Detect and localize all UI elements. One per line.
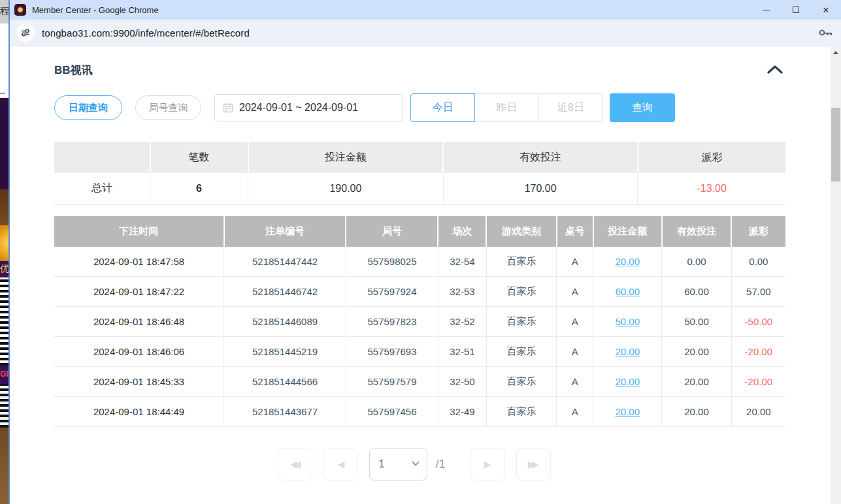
- bet-amount-link[interactable]: 60.00: [615, 286, 640, 297]
- chevron-down-icon: [412, 459, 420, 466]
- current-page-value: 1: [378, 458, 384, 470]
- summary-table: 笔数 投注金额 有效投注 派彩 总计 6 190.00 170.00 -13.0…: [54, 142, 785, 205]
- chevron-up-icon: [767, 65, 783, 74]
- summary-header-empty: [54, 142, 150, 173]
- background-image-segment: [0, 189, 8, 225]
- cell-bet-no: 521851446742: [224, 277, 346, 307]
- vertical-scrollbar[interactable]: [831, 47, 841, 504]
- cell-game-type: 百家乐: [486, 367, 556, 397]
- bet-amount-link[interactable]: 20.00: [615, 256, 640, 267]
- cell-bet-amount: 20.00: [593, 247, 662, 277]
- cell-bet-no: 521851444566: [224, 367, 346, 397]
- bet-table-header-row: 下注时间注单编号局号场次游戏类别桌号投注金额有效投注派彩: [54, 216, 785, 247]
- cell-bet-amount: 20.00: [593, 337, 662, 367]
- cell-payout: -20.00: [731, 337, 785, 367]
- cell-game-type: 百家乐: [486, 337, 556, 367]
- first-page-button[interactable]: ◀◀: [278, 448, 312, 480]
- bet-amount-link[interactable]: 20.00: [615, 376, 640, 387]
- last-page-button[interactable]: ▶▶: [516, 448, 551, 480]
- next-page-button[interactable]: ▶: [470, 448, 505, 480]
- quick-date-group: 今日 昨日 近8日: [410, 93, 603, 122]
- cell-payout: -20.00: [731, 367, 785, 397]
- table-row: 2024-09-01 18:46:48521851446089557597823…: [54, 307, 785, 337]
- cell-time: 2024-09-01 18:45:33: [54, 367, 224, 397]
- today-button[interactable]: 今日: [410, 93, 475, 122]
- bet-table-body: 2024-09-01 18:47:58521851447442557598025…: [54, 247, 785, 427]
- table-row: 2024-09-01 18:45:33521851444566557597579…: [54, 367, 785, 397]
- window-title: Member Center - Google Chrome: [32, 5, 159, 15]
- cell-payout: 0.00: [731, 247, 785, 277]
- background-char-fragment: 程: [0, 0, 8, 24]
- collapse-panel-button[interactable]: [765, 63, 785, 78]
- round-query-tab[interactable]: 局号查询: [135, 95, 201, 120]
- table-row: 2024-09-01 18:47:22521851446742557597924…: [54, 277, 785, 307]
- summary-header-payout: 派彩: [638, 142, 785, 173]
- last-8-days-button[interactable]: 近8日: [538, 93, 603, 122]
- summary-header-bet-amount: 投注金额: [248, 142, 444, 173]
- tune-icon: [20, 27, 31, 38]
- close-button[interactable]: ✕: [811, 0, 841, 20]
- bet-record-table: 下注时间注单编号局号场次游戏类别桌号投注金额有效投注派彩 2024-09-01 …: [54, 216, 785, 428]
- cell-game-type: 百家乐: [486, 397, 556, 427]
- cell-table-no: A: [557, 337, 593, 367]
- page-select[interactable]: 1: [369, 448, 427, 480]
- background-qr-code-fragment: [0, 277, 8, 366]
- background-qr-code-fragment-2: [0, 384, 8, 428]
- cell-round: 557597579: [346, 367, 438, 397]
- window-titlebar[interactable]: Member Center - Google Chrome ✕: [10, 0, 841, 20]
- cell-payout: 57.00: [731, 277, 785, 307]
- column-header-round: 局号: [346, 216, 438, 247]
- column-header-bet-amount: 投注金额: [593, 216, 662, 247]
- cell-table-no: A: [557, 277, 593, 307]
- cell-valid-bet: 20.00: [662, 367, 731, 397]
- scrollbar-thumb[interactable]: [831, 108, 840, 181]
- date-query-tab[interactable]: 日期查询: [54, 95, 122, 120]
- key-icon: [819, 28, 833, 37]
- maximize-button[interactable]: [781, 0, 811, 20]
- table-row: 2024-09-01 18:44:49521851443677557597456…: [54, 397, 785, 427]
- scrollbar-up-button[interactable]: [831, 47, 841, 57]
- summary-payout-value: -13.00: [638, 173, 785, 204]
- double-left-arrow-icon: ◀◀: [290, 460, 298, 469]
- column-header-payout: 派彩: [731, 216, 785, 247]
- column-header-session: 场次: [438, 216, 486, 247]
- password-manager-button[interactable]: [819, 28, 833, 37]
- column-header-bet-no: 注单编号: [224, 216, 346, 247]
- bet-amount-link[interactable]: 20.00: [615, 406, 640, 417]
- summary-bet-amount-value: 190.00: [248, 173, 444, 204]
- cell-session: 32-52: [438, 307, 486, 337]
- site-info-button[interactable]: [16, 24, 35, 42]
- cell-valid-bet: 60.00: [662, 277, 731, 307]
- yesterday-button[interactable]: 昨日: [474, 93, 539, 122]
- bet-amount-link[interactable]: 50.00: [615, 316, 640, 327]
- cell-time: 2024-09-01 18:46:06: [54, 337, 224, 367]
- search-button[interactable]: 查询: [610, 93, 675, 122]
- cell-session: 32-51: [438, 337, 486, 367]
- background-page-sliver: H 程 优 GR: [0, 0, 8, 504]
- cell-game-type: 百家乐: [486, 307, 556, 337]
- cell-session: 32-53: [438, 277, 486, 307]
- cell-bet-amount: 50.00: [593, 307, 662, 337]
- site-favicon: [14, 4, 26, 16]
- previous-page-button[interactable]: ◀: [323, 448, 358, 480]
- bet-amount-link[interactable]: 20.00: [615, 346, 640, 357]
- cell-table-no: A: [557, 367, 593, 397]
- cell-bet-amount: 20.00: [593, 397, 662, 427]
- cell-payout: -50.00: [731, 307, 785, 337]
- url-address[interactable]: tongbao31.com:9900/infe/mcenter/#/betRec…: [42, 27, 250, 39]
- pagination: ◀◀ ◀ 1 /1 ▶ ▶▶: [54, 448, 785, 480]
- cell-valid-bet: 20.00: [662, 397, 731, 427]
- cell-round: 557597823: [346, 307, 438, 337]
- background-brown-segment: [0, 428, 8, 504]
- background-gold-segment: [0, 225, 8, 261]
- cell-round: 557597693: [346, 337, 438, 367]
- summary-valid-bet-value: 170.00: [443, 173, 638, 204]
- left-arrow-icon: ◀: [338, 460, 345, 469]
- bet-record-page: BB视讯 日期查询 局号查询 2024-09-01 ~ 2024-09: [10, 47, 831, 504]
- double-right-arrow-icon: ▶▶: [528, 460, 536, 469]
- browser-toolbar: tongbao31.com:9900/infe/mcenter/#/betRec…: [10, 20, 841, 46]
- cell-table-no: A: [557, 307, 593, 337]
- date-range-input[interactable]: 2024-09-01 ~ 2024-09-01: [214, 94, 403, 121]
- summary-header-valid-bet: 有效投注: [443, 142, 638, 173]
- minimize-button[interactable]: [751, 0, 781, 20]
